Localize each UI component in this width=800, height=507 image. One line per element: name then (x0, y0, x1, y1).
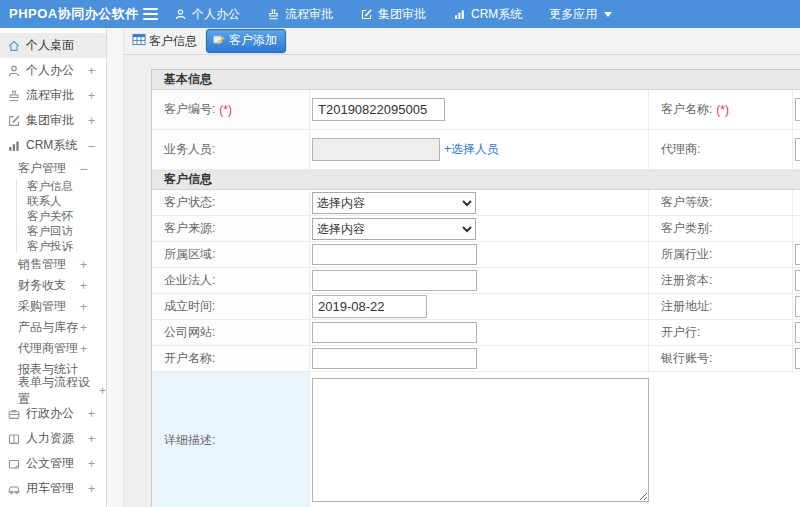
sidebar-item-form-flow-settings[interactable]: 表单与流程设置 + (0, 380, 106, 401)
sidebar-item-customer-complaint[interactable]: 客户投诉 (17, 239, 106, 254)
customer-source-select[interactable]: 选择内容 (312, 218, 476, 240)
nav-more-apps[interactable]: 更多应用 (549, 6, 612, 23)
bar-chart-icon (453, 8, 466, 21)
founded-date-input[interactable] (312, 295, 427, 318)
sidebar-item-group-approval[interactable]: 集团审批 + (0, 108, 106, 133)
field-label-customer-code: 客户编号: (164, 101, 215, 118)
expand-icon[interactable]: + (88, 114, 95, 128)
agent-input[interactable] (795, 138, 800, 161)
form-row: 开户名称: 银行账号: (152, 346, 800, 372)
customer-status-select[interactable]: 选择内容 (312, 192, 476, 214)
expand-icon[interactable]: + (88, 89, 95, 103)
sidebar-item-customer-mgmt[interactable]: 客户管理 – (0, 158, 106, 179)
account-name-input[interactable] (312, 348, 477, 369)
field-label-description: 详细描述: (164, 432, 215, 449)
expand-icon[interactable]: + (88, 432, 95, 446)
industry-input[interactable] (795, 244, 800, 265)
description-textarea[interactable] (312, 378, 649, 502)
sidebar-item-customer-visit[interactable]: 客户回访 (17, 224, 106, 239)
sidebar-item-finance[interactable]: 财务收支 + (0, 275, 106, 296)
expand-icon[interactable]: + (80, 342, 87, 356)
bank-branch-input[interactable] (795, 322, 800, 343)
sidebar-item-vehicle-mgmt[interactable]: 用车管理 + (0, 476, 106, 501)
form-row: 客户来源: 选择内容 客户类别: (152, 216, 800, 242)
expand-icon[interactable]: + (99, 384, 106, 398)
tab-customer-info[interactable]: 客户信息 (132, 33, 197, 50)
sidebar-item-admin-office[interactable]: 行政办公 + (0, 401, 106, 426)
book-icon (7, 432, 21, 446)
field-label-customer-category: 客户类别: (661, 220, 712, 237)
field-label-industry: 所属行业: (661, 246, 712, 263)
bank-account-input[interactable] (795, 348, 800, 369)
home-icon (7, 39, 21, 53)
form-row: 客户编号: (*) 客户名称: (*) (152, 90, 800, 130)
nav-personal-office[interactable]: 个人办公 (174, 6, 240, 23)
expand-icon[interactable]: + (80, 321, 87, 335)
sidebar-item-desktop[interactable]: 个人桌面 (0, 33, 106, 58)
field-label-registered-capital: 注册资本: (661, 272, 712, 289)
hamburger-menu-icon[interactable] (140, 8, 160, 20)
stamp-icon (7, 89, 21, 103)
region-input[interactable] (312, 244, 477, 265)
customer-name-input[interactable] (795, 98, 800, 121)
field-label-bank-branch: 开户行: (661, 324, 700, 341)
field-label-customer-status: 客户状态: (164, 194, 215, 211)
nav-group-approval[interactable]: 集团审批 (360, 6, 426, 23)
sidebar-item-product-inventory[interactable]: 产品与库存 + (0, 317, 106, 338)
form-row: 公司网站: 开户行: (152, 320, 800, 346)
website-input[interactable] (312, 322, 477, 343)
legal-person-input[interactable] (312, 270, 477, 291)
form-row: 详细描述: (152, 372, 800, 507)
expand-icon[interactable]: + (80, 300, 87, 314)
form-row: 所属区域: 所属行业: (152, 242, 800, 268)
select-person-link[interactable]: +选择人员 (444, 141, 499, 158)
sidebar-item-customer-info[interactable]: 客户信息 (17, 179, 106, 194)
sidebar-item-contacts[interactable]: 联系人 (17, 194, 106, 209)
content-area: 基本信息 客户编号: (*) 客户名称: (*) (124, 55, 800, 507)
field-label-customer-level: 客户等级: (661, 194, 712, 211)
field-label-account-name: 开户名称: (164, 350, 215, 367)
form-row: 成立时间: 注册地址: (152, 294, 800, 320)
sidebar-item-hr[interactable]: 人力资源 + (0, 426, 106, 451)
expand-icon[interactable]: + (80, 279, 87, 293)
sidebar-item-personal-office[interactable]: 个人办公 + (0, 58, 106, 83)
expand-icon[interactable]: + (88, 407, 95, 421)
nav-crm-system[interactable]: CRM系统 (453, 6, 522, 23)
user-icon (7, 64, 21, 78)
sales-person-input[interactable] (312, 138, 440, 161)
add-pencil-icon (213, 34, 225, 48)
sidebar-item-purchase-mgmt[interactable]: 采购管理 + (0, 296, 106, 317)
stamp-icon (267, 8, 280, 21)
registered-address-input[interactable] (795, 296, 800, 317)
collapse-icon[interactable]: – (80, 162, 87, 176)
sidebar-item-agent-mgmt[interactable]: 代理商管理 + (0, 338, 106, 359)
sidebar-item-sales-mgmt[interactable]: 销售管理 + (0, 254, 106, 275)
registered-capital-input[interactable] (795, 270, 800, 291)
expand-icon[interactable]: + (88, 482, 95, 496)
sidebar-item-customer-care[interactable]: 客户关怀 (17, 209, 106, 224)
edit-icon (7, 114, 21, 128)
sidebar: 个人桌面 个人办公 + 流程审批 + 集团审批 + CRM系统 – 客户管理 –… (0, 28, 107, 507)
expand-icon[interactable]: + (80, 258, 87, 272)
expand-icon[interactable]: + (88, 457, 95, 471)
nav-workflow-approval[interactable]: 流程审批 (267, 6, 333, 23)
field-label-registered-address: 注册地址: (661, 298, 712, 315)
field-label-sales-person: 业务人员: (164, 141, 215, 158)
top-nav: 个人办公 流程审批 集团审批 CRM系统 更多应用 (174, 6, 639, 23)
sidebar-item-document-mgmt[interactable]: 公文管理 + (0, 451, 106, 476)
collapse-icon[interactable]: – (88, 139, 95, 153)
customer-add-form: 基本信息 客户编号: (*) 客户名称: (*) (151, 69, 800, 507)
sidebar-item-workflow-approval[interactable]: 流程审批 + (0, 83, 106, 108)
tab-customer-add-active[interactable]: 客户添加 (206, 29, 286, 53)
field-label-agent: 代理商: (661, 141, 700, 158)
customer-code-input[interactable] (312, 98, 445, 121)
user-icon (174, 8, 187, 21)
edit-icon (360, 8, 373, 21)
table-icon (132, 33, 146, 49)
main-area: 客户信息 客户添加 基本信息 客户编号: (*) (124, 28, 800, 507)
sidebar-item-crm[interactable]: CRM系统 – (0, 133, 106, 158)
expand-icon[interactable]: + (88, 64, 95, 78)
car-icon (7, 482, 21, 496)
required-mark: (*) (219, 103, 232, 117)
field-label-customer-name: 客户名称: (661, 101, 712, 118)
